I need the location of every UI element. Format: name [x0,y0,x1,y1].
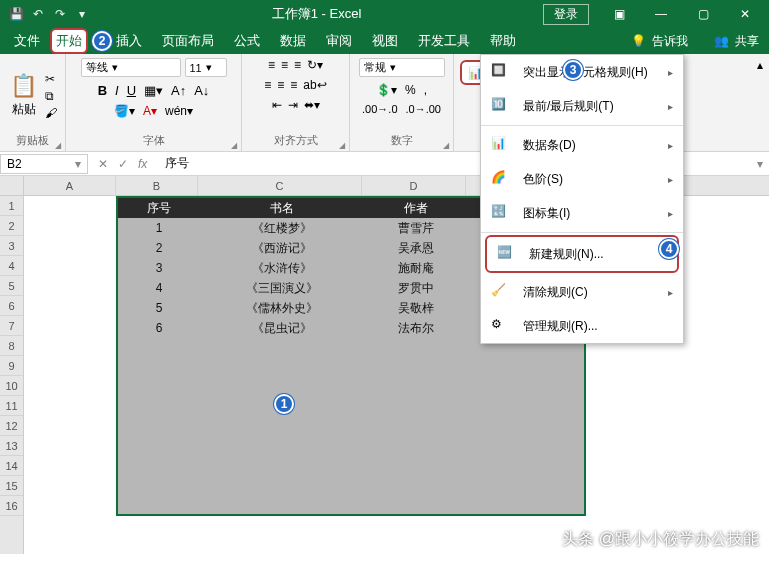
menu-manage-rules[interactable]: ⚙ 管理规则(R)... [481,309,683,343]
tab-developer[interactable]: 开发工具 [408,28,480,54]
undo-icon[interactable]: ↶ [30,6,46,22]
name-box[interactable]: B2▾ [0,154,88,174]
row-header[interactable]: 6 [0,296,23,316]
row-header[interactable]: 3 [0,236,23,256]
row-header[interactable]: 8 [0,336,23,356]
menu-new-rule[interactable]: 🆕 新建规则(N)... 4 [485,235,679,273]
qat-more-icon[interactable]: ▾ [74,6,90,22]
font-color-button[interactable]: A▾ [143,104,157,118]
align-right-icon[interactable]: ≡ [290,78,297,92]
cancel-formula-icon[interactable]: ✕ [98,157,108,171]
top-bottom-icon: 🔟 [491,97,513,115]
close-icon[interactable]: ✕ [725,0,765,28]
font-size-select[interactable]: 11▾ [185,58,227,77]
paste-button[interactable]: 📋 粘贴 [6,71,41,120]
group-clipboard: 📋 粘贴 ✂ ⧉ 🖌 剪贴板 [0,54,66,151]
align-bot-icon[interactable]: ≡ [294,58,301,72]
select-all-corner[interactable] [0,176,24,196]
fill-color-button[interactable]: 🪣▾ [114,104,135,118]
menu-top-bottom-rules[interactable]: 🔟 最前/最后规则(T) ▸ [481,89,683,123]
table-header: 书名 [200,198,364,218]
save-icon[interactable]: 💾 [8,6,24,22]
underline-button[interactable]: U [127,83,136,98]
number-format-select[interactable]: 常规▾ [359,58,445,77]
merge-button[interactable]: ⬌▾ [304,98,320,112]
table-header: 序号 [118,198,200,218]
format-painter-icon[interactable]: 🖌 [45,106,57,120]
menu-data-bars[interactable]: 📊 数据条(D) ▸ [481,128,683,162]
tab-data[interactable]: 数据 [270,28,316,54]
tab-review[interactable]: 审阅 [316,28,362,54]
row-header[interactable]: 2 [0,216,23,236]
align-top-icon[interactable]: ≡ [268,58,275,72]
share-button[interactable]: 共享 [735,33,759,50]
row-header[interactable]: 5 [0,276,23,296]
accounting-icon[interactable]: 💲▾ [376,83,397,97]
tab-help[interactable]: 帮助 [480,28,526,54]
font-family-select[interactable]: 等线▾ [81,58,181,77]
col-header[interactable]: D [362,176,466,195]
grow-font-icon[interactable]: A↑ [171,83,186,98]
fx-icon[interactable]: fx [138,157,147,171]
tell-me[interactable]: 告诉我 [652,33,688,50]
row-header[interactable]: 16 [0,496,23,516]
tab-formulas[interactable]: 公式 [224,28,270,54]
align-mid-icon[interactable]: ≡ [281,58,288,72]
tab-view[interactable]: 视图 [362,28,408,54]
callout-4: 4 [659,239,679,259]
menu-color-scales[interactable]: 🌈 色阶(S) ▸ [481,162,683,196]
group-font: 等线▾ 11▾ B I U ▦▾ A↑ A↓ 🪣▾ A▾ wén▾ 字体 [66,54,242,151]
row-header[interactable]: 4 [0,256,23,276]
row-header[interactable]: 10 [0,376,23,396]
group-number: 常规▾ 💲▾ % , .00→.0 .0→.00 数字 [350,54,454,151]
cut-icon[interactable]: ✂ [45,72,57,86]
copy-icon[interactable]: ⧉ [45,89,57,103]
bold-button[interactable]: B [98,83,107,98]
wrap-text-icon[interactable]: ab↩ [303,78,326,92]
row-header[interactable]: 13 [0,436,23,456]
tab-file[interactable]: 文件 [4,28,50,54]
tab-insert[interactable]: 插入 [106,28,152,54]
percent-icon[interactable]: % [405,83,416,97]
group-clipboard-label: 剪贴板 [6,133,59,150]
manage-rules-icon: ⚙ [491,317,513,335]
align-left-icon[interactable]: ≡ [264,78,271,92]
redo-icon[interactable]: ↷ [52,6,68,22]
row-header[interactable]: 15 [0,476,23,496]
login-button[interactable]: 登录 [543,4,589,25]
accept-formula-icon[interactable]: ✓ [118,157,128,171]
border-button[interactable]: ▦▾ [144,83,163,98]
row-header[interactable]: 12 [0,416,23,436]
col-header[interactable]: C [198,176,362,195]
tab-home[interactable]: 开始 [50,28,88,54]
shrink-font-icon[interactable]: A↓ [194,83,209,98]
tab-pagelayout[interactable]: 页面布局 [152,28,224,54]
minimize-icon[interactable]: — [641,0,681,28]
row-header[interactable]: 14 [0,456,23,476]
title-bar: 💾 ↶ ↷ ▾ 工作簿1 - Excel 登录 ▣ — ▢ ✕ [0,0,769,28]
comma-icon[interactable]: , [424,83,427,97]
group-font-label: 字体 [72,133,235,150]
ribbon-display-icon[interactable]: ▣ [599,0,639,28]
dec-decimal-icon[interactable]: .0→.00 [406,103,441,115]
italic-button[interactable]: I [115,83,119,98]
conditional-format-menu: 🔲 突出显示单元格规则(H) ▸ 🔟 最前/最后规则(T) ▸ 📊 数据条(D)… [480,54,684,344]
menu-clear-rules[interactable]: 🧹 清除规则(C) ▸ [481,275,683,309]
orientation-icon[interactable]: ↻▾ [307,58,323,72]
menu-icon-sets[interactable]: 🔣 图标集(I) ▸ [481,196,683,230]
col-header[interactable]: A [24,176,116,195]
group-align-label: 对齐方式 [248,133,343,150]
row-header[interactable]: 1 [0,196,23,216]
col-header[interactable]: B [116,176,198,195]
inc-indent-icon[interactable]: ⇥ [288,98,298,112]
inc-decimal-icon[interactable]: .00→.0 [362,103,397,115]
row-header[interactable]: 7 [0,316,23,336]
ribbon-collapse-icon[interactable]: ▴ [757,58,763,72]
maximize-icon[interactable]: ▢ [683,0,723,28]
align-center-icon[interactable]: ≡ [277,78,284,92]
dec-indent-icon[interactable]: ⇤ [272,98,282,112]
row-header[interactable]: 11 [0,396,23,416]
expand-formula-bar-icon[interactable]: ▾ [751,157,769,171]
row-header[interactable]: 9 [0,356,23,376]
phonetic-button[interactable]: wén▾ [165,104,193,118]
